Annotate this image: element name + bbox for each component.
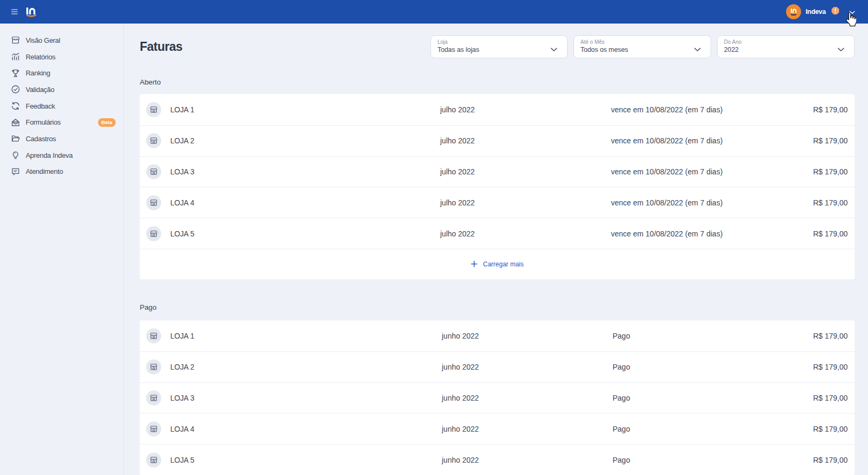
sidebar-item-relatorios[interactable]: Relatórios (0, 49, 123, 65)
invoice-amount: R$ 179,00 (813, 363, 848, 371)
invoice-store-name: LOJA 3 (170, 167, 194, 176)
sidebar-item-label: Relatórios (26, 53, 56, 61)
invoice-row[interactable]: LOJA 4 junho 2022 Pago R$ 179,00 (140, 413, 855, 444)
filter-ate-o-mes[interactable]: Até o Mês Todos os meses (573, 35, 711, 58)
invoice-amount: R$ 179,00 (813, 136, 848, 145)
invoice-store-name: LOJA 1 (170, 105, 194, 114)
sidebar-item-ranking[interactable]: Ranking (0, 65, 123, 81)
invoice-store-name: LOJA 5 (170, 456, 194, 464)
sidebar-item-atendimento[interactable]: Atendimento (0, 164, 123, 180)
invoice-month: junho 2022 (442, 332, 479, 340)
hamburger-menu-button[interactable] (11, 9, 18, 14)
sidebar-item-feedback[interactable]: Feedback (0, 98, 123, 114)
alert-badge-icon[interactable] (832, 7, 839, 17)
filter-value: 2022 (724, 46, 835, 54)
store-avatar (146, 102, 161, 117)
invoice-store-name: LOJA 4 (170, 425, 194, 433)
sidebar-item-cadastros[interactable]: Cadastros (0, 131, 123, 147)
sidebar-item-validacao[interactable]: Validação (0, 81, 123, 98)
filter-label: Até o Mês (580, 39, 691, 45)
chat-bubble-icon (11, 167, 20, 177)
sidebar-item-label: Validação (26, 86, 54, 94)
invoice-month: junho 2022 (442, 425, 479, 433)
invoice-status: Pago (613, 456, 630, 464)
store-avatar (146, 164, 161, 179)
invoice-row[interactable]: LOJA 4 julho 2022 vence em 10/08/2022 (e… (140, 187, 855, 218)
invoices-card-aberto: LOJA 1 julho 2022 vence em 10/08/2022 (e… (140, 94, 855, 279)
trophy-icon (11, 68, 20, 78)
invoice-row[interactable]: LOJA 5 julho 2022 vence em 10/08/2022 (e… (140, 218, 855, 249)
sidebar-item-label: Aprenda Indeva (26, 151, 73, 159)
load-more-button[interactable]: Carregar mais (471, 261, 524, 268)
sidebar-item-aprenda-indeva[interactable]: Aprenda Indeva (0, 147, 123, 164)
bar-chart-icon (11, 52, 20, 62)
invoice-row[interactable]: LOJA 2 julho 2022 vence em 10/08/2022 (e… (140, 125, 855, 156)
invoice-status: Pago (613, 332, 630, 340)
invoice-status: vence em 10/08/2022 (em 7 dias) (611, 136, 723, 145)
sidebar-item-visao-geral[interactable]: Visão Geral (0, 32, 123, 49)
invoice-amount: R$ 179,00 (813, 425, 848, 433)
sidebar-item-formularios[interactable]: Formulários Beta (0, 114, 123, 131)
invoice-store-name: LOJA 1 (170, 332, 194, 340)
invoice-month: junho 2022 (442, 363, 479, 371)
invoice-row[interactable]: LOJA 2 junho 2022 Pago R$ 179,00 (140, 351, 855, 382)
invoice-row[interactable]: LOJA 3 junho 2022 Pago R$ 179,00 (140, 382, 855, 413)
store-avatar (146, 422, 161, 436)
invoice-status: Pago (613, 363, 630, 371)
invoice-store-name: LOJA 4 (170, 198, 194, 207)
store-avatar (146, 328, 161, 343)
storefront-icon (11, 35, 20, 45)
filter-value: Todos os meses (580, 46, 691, 54)
invoice-amount: R$ 179,00 (813, 167, 848, 176)
store-avatar (146, 359, 161, 374)
invoice-store-name: LOJA 5 (170, 229, 194, 238)
invoice-row[interactable]: LOJA 5 junho 2022 Pago R$ 179,00 (140, 444, 855, 475)
invoice-status: vence em 10/08/2022 (em 7 dias) (611, 167, 723, 176)
sidebar-item-label: Ranking (26, 69, 50, 77)
invoice-row[interactable]: LOJA 3 julho 2022 vence em 10/08/2022 (e… (140, 156, 855, 187)
invoice-amount: R$ 179,00 (813, 332, 848, 340)
invoice-amount: R$ 179,00 (813, 105, 848, 114)
invoice-month: julho 2022 (440, 198, 475, 207)
invoice-month: julho 2022 (440, 229, 475, 238)
sidebar-item-label: Atendimento (26, 167, 63, 175)
store-avatar (146, 195, 161, 210)
chevron-down-icon (550, 44, 557, 54)
sidebar-item-label: Formulários (26, 118, 61, 126)
section-heading-pago: Pago (140, 302, 855, 313)
brand-logo[interactable] (26, 7, 37, 17)
invoice-amount: R$ 179,00 (813, 456, 848, 464)
invoice-row[interactable]: LOJA 1 junho 2022 Pago R$ 179,00 (140, 320, 855, 351)
sidebar-item-label: Feedback (26, 102, 55, 110)
refresh-icon (11, 101, 20, 111)
user-name: Indeva (806, 8, 826, 16)
invoice-row[interactable]: LOJA 1 julho 2022 vence em 10/08/2022 (e… (140, 94, 855, 125)
form-envelope-icon (11, 118, 20, 127)
filter-loja[interactable]: Loja Todas as lojas (431, 35, 568, 58)
sidebar-item-label: Cadastros (26, 135, 56, 143)
invoice-status: Pago (613, 425, 630, 433)
load-more-label: Carregar mais (483, 261, 524, 268)
store-avatar (146, 390, 161, 405)
section-heading-aberto: Aberto (140, 77, 855, 88)
filter-do-ano[interactable]: Do Ano 2022 (717, 35, 855, 58)
chevron-down-icon (694, 44, 701, 54)
sidebar-item-label: Visão Geral (26, 36, 60, 44)
chevron-down-icon (837, 44, 844, 54)
user-menu-chevron-icon[interactable] (849, 7, 855, 17)
invoice-month: julho 2022 (440, 167, 475, 176)
user-avatar[interactable] (786, 4, 801, 19)
plus-icon (471, 261, 478, 267)
folder-open-icon (11, 134, 20, 143)
top-bar: Indeva (0, 0, 868, 24)
filter-value: Todas as lojas (437, 46, 548, 54)
card-footer: Carregar mais (140, 249, 855, 279)
invoice-store-name: LOJA 3 (170, 394, 194, 402)
main-content: Faturas Loja Todas as lojas Até o Mês To… (124, 24, 868, 475)
invoice-status: vence em 10/08/2022 (em 7 dias) (611, 229, 723, 238)
check-circle-icon (11, 85, 20, 94)
filter-label: Do Ano (724, 39, 835, 45)
invoice-status: vence em 10/08/2022 (em 7 dias) (611, 198, 723, 207)
invoice-status: vence em 10/08/2022 (em 7 dias) (611, 105, 723, 114)
invoice-month: julho 2022 (440, 136, 475, 145)
